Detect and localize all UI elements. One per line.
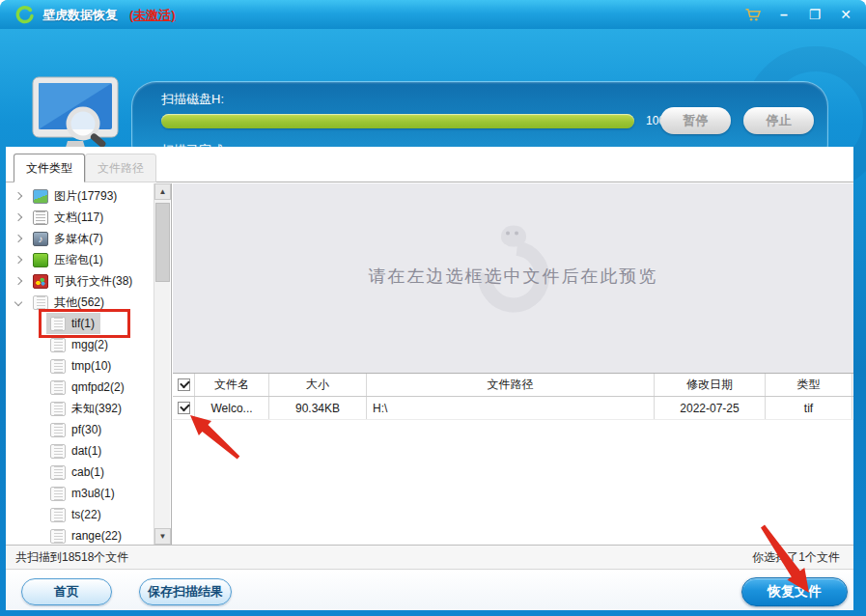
column-header-2[interactable]: 文件路径 xyxy=(367,374,655,396)
maximize-icon[interactable]: ❐ xyxy=(804,4,825,25)
column-header-1[interactable]: 大小 xyxy=(269,374,367,396)
titlebar: 壁虎数据恢复 (未激活) – ❐ ✕ xyxy=(0,0,866,29)
window-title: 壁虎数据恢复 xyxy=(42,7,118,24)
exe-icon xyxy=(33,274,48,289)
chevron-down-icon[interactable] xyxy=(14,298,22,306)
tree-item-可执行文件[interactable]: 可执行文件(38) xyxy=(6,270,154,292)
save-scan-result-button[interactable]: 保存扫描结果 xyxy=(139,578,232,605)
file-table: 文件名大小文件路径修改日期类型 Welco...90.34KBH:\2022-0… xyxy=(173,373,853,545)
tree-item-图片[interactable]: 图片(17793) xyxy=(6,185,154,207)
tree-item-其他[interactable]: 其他(562) xyxy=(6,292,154,313)
file-icon xyxy=(50,508,66,522)
close-icon[interactable]: ✕ xyxy=(835,4,856,25)
tree-item-label: 其他(562) xyxy=(54,294,104,311)
image-icon xyxy=(33,189,48,204)
file-icon xyxy=(50,317,66,331)
tree-item-range[interactable]: range(22) xyxy=(6,525,154,546)
chevron-right-icon[interactable] xyxy=(14,192,22,200)
chevron-right-icon[interactable] xyxy=(14,256,22,264)
doc-icon xyxy=(33,210,48,225)
table-row[interactable]: Welco...90.34KBH:\2022-07-25tif xyxy=(173,397,853,420)
table-header-row: 文件名大小文件路径修改日期类型 xyxy=(173,374,853,397)
scrollbar-thumb[interactable] xyxy=(155,203,170,282)
tree-item-tmp[interactable]: tmp(10) xyxy=(6,355,154,377)
tab-file-path[interactable]: 文件路径 xyxy=(85,154,156,182)
tree-item-mgg[interactable]: mgg(2) xyxy=(6,334,154,355)
chevron-right-icon[interactable] xyxy=(14,277,22,285)
file-icon xyxy=(50,380,66,395)
preview-placeholder-text: 请在左边选框选中文件后在此预览 xyxy=(173,265,853,288)
progress-bar xyxy=(161,114,634,128)
file-type-tree-panel: 图片(17793)文档(117)♪多媒体(7)压缩包(1)可执行文件(38)其他… xyxy=(6,183,172,545)
file-icon xyxy=(50,487,66,501)
pause-button[interactable]: 暂停 xyxy=(660,107,731,134)
home-button[interactable]: 首页 xyxy=(21,578,112,605)
tree-item-m3u8[interactable]: m3u8(1) xyxy=(6,483,154,504)
tree-item-cab[interactable]: cab(1) xyxy=(6,462,154,483)
select-all-checkbox-cell xyxy=(173,374,195,396)
tree-item-label: 多媒体(7) xyxy=(54,231,103,247)
file-icon xyxy=(50,423,66,437)
tab-file-type[interactable]: 文件类型 xyxy=(14,154,85,182)
minimize-icon[interactable]: – xyxy=(773,4,795,25)
cart-icon[interactable] xyxy=(742,4,764,25)
file-icon xyxy=(50,444,66,459)
tree-item-label: range(22) xyxy=(71,529,122,543)
tree-item-label: ts(22) xyxy=(71,508,101,521)
tree-item-label: mgg(2) xyxy=(71,338,108,351)
scroll-up-icon[interactable]: ▲ xyxy=(154,183,171,200)
file-name-cell: Welco... xyxy=(195,397,269,419)
preview-pane: 请在左边选框选中文件后在此预览 xyxy=(173,183,853,373)
chevron-right-icon[interactable] xyxy=(14,235,22,242)
tree-item-label: tif(1) xyxy=(71,317,95,330)
tree-item-dat[interactable]: dat(1) xyxy=(6,440,154,462)
file-icon xyxy=(33,295,48,310)
selection-count-text: 你选择了1个文件 xyxy=(752,549,840,566)
footer-bar: 首页 保存扫描结果 恢复文件 xyxy=(6,570,853,610)
tree-item-label: tmp(10) xyxy=(71,359,111,373)
gecko-logo-icon xyxy=(13,3,36,26)
file-size-cell: 90.34KB xyxy=(269,397,367,419)
tree-item-文档[interactable]: 文档(117) xyxy=(6,207,154,228)
tree-item-label: 文档(117) xyxy=(54,210,103,226)
recover-files-button[interactable]: 恢复文件 xyxy=(741,577,848,606)
file-type-cell: tif xyxy=(766,397,852,419)
tree-item-label: 图片(17793) xyxy=(54,188,117,205)
column-header-3[interactable]: 修改日期 xyxy=(655,374,766,396)
tree-item-未知[interactable]: 未知(392) xyxy=(6,398,154,419)
zip-icon xyxy=(33,253,48,267)
tree-item-label: dat(1) xyxy=(71,444,101,458)
tree-item-label: qmfpd2(2) xyxy=(71,380,125,394)
tree-item-label: m3u8(1) xyxy=(71,487,115,500)
tree-scrollbar[interactable]: ▲ ▼ xyxy=(154,183,170,545)
stop-button[interactable]: 停止 xyxy=(743,107,814,134)
file-type-tree: 图片(17793)文档(117)♪多媒体(7)压缩包(1)可执行文件(38)其他… xyxy=(6,185,154,546)
tabstrip: 文件类型 文件路径 xyxy=(6,147,853,182)
app-window: 壁虎数据恢复 (未激活) – ❐ ✕ xyxy=(0,0,866,616)
tree-item-label: cab(1) xyxy=(71,465,104,479)
scan-disk-label: 扫描磁盘H: xyxy=(161,91,224,108)
scan-count-text: 共扫描到18518个文件 xyxy=(15,549,128,566)
file-icon xyxy=(50,465,66,480)
row-checkbox[interactable] xyxy=(178,402,190,414)
tree-item-ts[interactable]: ts(22) xyxy=(6,504,154,525)
column-header-0[interactable]: 文件名 xyxy=(195,374,269,396)
tree-item-label: 可执行文件(38) xyxy=(54,273,132,290)
column-header-4[interactable]: 类型 xyxy=(766,374,852,396)
media-icon: ♪ xyxy=(33,232,48,246)
scroll-down-icon[interactable]: ▼ xyxy=(154,528,171,545)
tree-item-pf[interactable]: pf(30) xyxy=(6,419,154,440)
chevron-right-icon[interactable] xyxy=(14,213,22,221)
tree-item-多媒体[interactable]: ♪多媒体(7) xyxy=(6,228,154,249)
file-icon xyxy=(50,338,66,352)
activation-status-link[interactable]: (未激活) xyxy=(129,7,176,24)
tree-item-label: pf(30) xyxy=(71,423,101,436)
file-icon xyxy=(50,529,66,544)
tree-item-压缩包[interactable]: 压缩包(1) xyxy=(6,249,154,270)
row-checkbox-cell xyxy=(173,397,195,419)
tree-item-tif[interactable]: tif(1) xyxy=(6,313,154,334)
file-icon xyxy=(50,359,66,374)
select-all-checkbox[interactable] xyxy=(178,378,190,391)
tree-item-qmfpd2[interactable]: qmfpd2(2) xyxy=(6,377,154,398)
tree-item-label: 未知(392) xyxy=(71,401,122,417)
